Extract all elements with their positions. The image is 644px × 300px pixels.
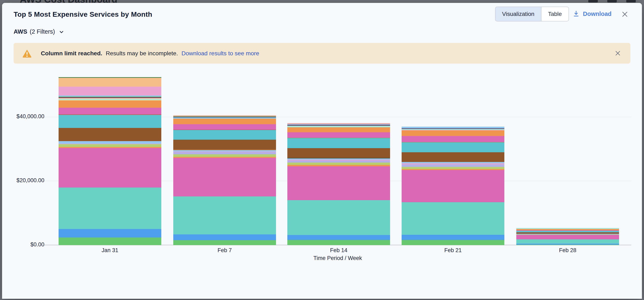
stacked-bar-feb-14[interactable] [287, 123, 390, 245]
bar-segment[interactable] [173, 150, 276, 152]
bar-segment[interactable] [287, 148, 390, 158]
stacked-bar-feb-28[interactable] [516, 228, 619, 245]
bar-segment[interactable] [58, 148, 161, 188]
bar-segment[interactable] [58, 188, 161, 229]
bar-segment[interactable] [58, 144, 161, 147]
x-axis-tick-label: Feb 28 [537, 247, 598, 254]
bar-segment[interactable] [287, 240, 390, 245]
bar-segment[interactable] [402, 142, 504, 152]
bar-segment[interactable] [516, 232, 619, 234]
y-axis-tick-label: $0.00 [2, 242, 44, 248]
x-axis-tick-label: Feb 7 [194, 247, 256, 254]
x-axis-tick-label: Jan 31 [79, 247, 141, 254]
bar-segment[interactable] [287, 200, 390, 235]
bar-segment[interactable] [173, 196, 276, 234]
y-axis-tick-label: $40,000.00 [2, 113, 44, 120]
background-icon-fragment [607, 0, 617, 2]
bar-segment[interactable] [173, 240, 276, 245]
bar-segment[interactable] [58, 141, 161, 144]
bar-segment[interactable] [58, 78, 161, 87]
bar-segment[interactable] [173, 154, 276, 157]
bar-segment[interactable] [173, 158, 276, 196]
bar-segment[interactable] [58, 229, 161, 238]
bar-segment[interactable] [516, 245, 619, 245]
stacked-bar-feb-7[interactable] [173, 115, 276, 245]
bar-segment[interactable] [402, 240, 504, 245]
bar-segment[interactable] [402, 167, 504, 169]
bar-segment[interactable] [287, 160, 390, 162]
bar-segment[interactable] [58, 115, 161, 128]
chart-detail-modal: Top 5 Most Expensive Services by Month V… [2, 3, 642, 299]
background-icon-fragment [588, 0, 598, 2]
bar-segment[interactable] [402, 162, 504, 164]
bar-segment[interactable] [402, 127, 504, 128]
x-axis-title: Time Period / Week [234, 255, 441, 262]
stacked-bar-feb-21[interactable] [402, 127, 504, 245]
x-axis-tick-label: Feb 21 [422, 247, 484, 254]
bar-segment[interactable] [402, 136, 504, 142]
bar-segment[interactable] [58, 87, 161, 96]
bar-segment[interactable] [287, 162, 390, 165]
bar-segment[interactable] [402, 130, 504, 136]
x-axis-tick-label: Feb 14 [308, 247, 370, 254]
bar-segment[interactable] [58, 100, 161, 108]
bar-segment[interactable] [402, 235, 504, 240]
y-axis-tick-label: $20,000.00 [2, 177, 44, 184]
background-icon-fragment [626, 0, 636, 2]
bar-segment[interactable] [287, 127, 390, 132]
bar-segment[interactable] [173, 130, 276, 140]
bar-segment[interactable] [58, 128, 161, 141]
bar-segment[interactable] [402, 164, 504, 167]
bar-segment[interactable] [402, 152, 504, 162]
bar-segment[interactable] [516, 235, 619, 239]
bar-segment[interactable] [287, 165, 390, 166]
bar-segment[interactable] [402, 202, 504, 235]
bar-segment[interactable] [173, 124, 276, 130]
bar-segment[interactable] [287, 126, 390, 127]
bar-segment[interactable] [287, 138, 390, 148]
stacked-bar-chart: Time Period / Week Jan 31Feb 7Feb 14Feb … [2, 3, 642, 299]
bar-segment[interactable] [516, 231, 619, 232]
bar-segment[interactable] [287, 166, 390, 200]
bar-segment[interactable] [173, 234, 276, 240]
bar-segment[interactable] [173, 119, 276, 124]
bar-segment[interactable] [173, 140, 276, 150]
bar-segment[interactable] [287, 132, 390, 138]
stacked-bar-jan-31[interactable] [58, 77, 161, 245]
bar-segment[interactable] [58, 108, 161, 114]
background-toolbar-fragments [588, 0, 636, 2]
bar-segment[interactable] [58, 238, 161, 245]
bar-segment[interactable] [287, 235, 390, 240]
bar-segment[interactable] [516, 239, 619, 244]
bar-segment[interactable] [402, 170, 504, 202]
bar-segment[interactable] [173, 152, 276, 154]
